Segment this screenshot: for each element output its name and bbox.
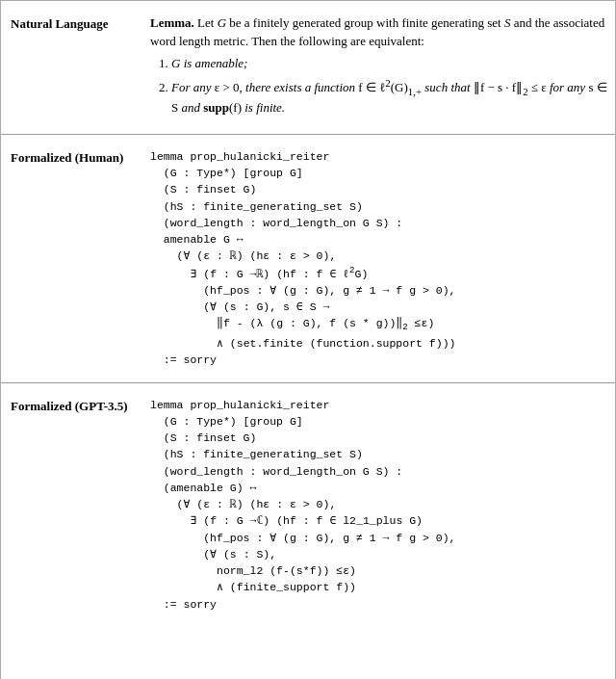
lemma-item-1-text: G is amenable; [171,56,247,70]
formalized-human-section: Formalized (Human) lemma prop_hulanicki_… [1,135,616,383]
page: Natural Language Lemma. Let G be a finit… [1,1,616,679]
lemma-item-2: For any ε > 0, there exists a function f… [171,76,607,118]
formalized-gpt-label: Formalized (GPT-3.5) [11,397,150,613]
natural-language-content: Lemma. Let G be a finitely generated gro… [150,14,607,120]
formalized-human-label: Formalized (Human) [11,148,150,369]
lemma-title: Lemma. [150,15,194,30]
lemma-intro: Let G be a finitely generated group with… [150,15,604,48]
formalized-gpt-section: Formalized (GPT-3.5) lemma prop_hulanick… [1,383,616,626]
formalized-human-content: lemma prop_hulanicki_reiter (G : Type*) … [150,148,607,369]
formalized-gpt-code: lemma prop_hulanicki_reiter (G : Type*) … [150,397,607,613]
formalized-human-code: lemma prop_hulanicki_reiter (G : Type*) … [150,148,607,369]
formalized-gpt-content: lemma prop_hulanicki_reiter (G : Type*) … [150,397,607,613]
natural-language-label: Natural Language [11,14,150,120]
nl-lemma-block: Lemma. Let G be a finitely generated gro… [150,14,607,51]
lemma-item-1: G is amenable; [171,55,607,73]
natural-language-section: Natural Language Lemma. Let G be a finit… [1,1,616,135]
lemma-item-2-text: For any ε > 0, there exists a function f… [171,80,607,115]
lemma-items-list: G is amenable; For any ε > 0, there exis… [171,55,607,118]
